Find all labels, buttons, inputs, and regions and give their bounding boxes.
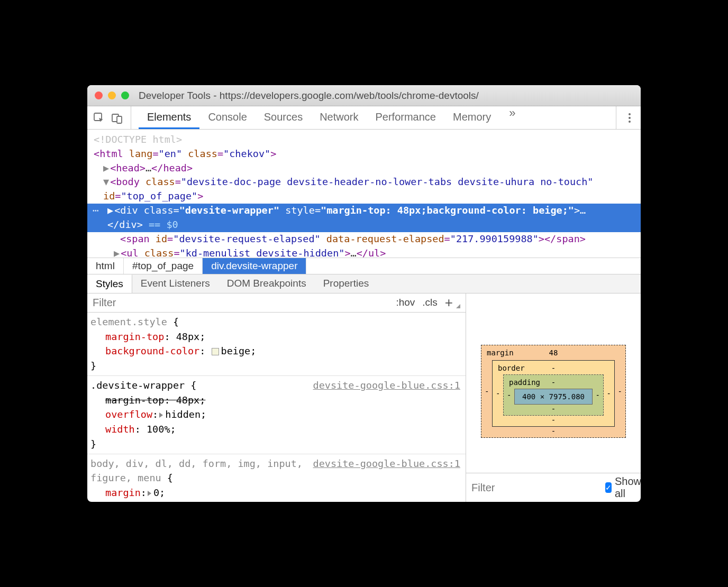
corner-triangle-icon[interactable] xyxy=(456,304,460,308)
box-padding-bottom[interactable]: - xyxy=(551,405,556,413)
box-padding-right[interactable]: - xyxy=(596,391,600,399)
showall-label[interactable]: Show all xyxy=(615,475,641,500)
disclosure-triangle-icon[interactable]: ▶ xyxy=(114,247,120,258)
box-model[interactable]: margin 48 - - - border - - - - padding - xyxy=(466,294,641,473)
box-margin-left[interactable]: - xyxy=(485,387,489,396)
dom-body-tag[interactable]: ▼<body class="devsite-doc-page devsite-h… xyxy=(94,175,635,189)
prop-name[interactable]: margin-top xyxy=(105,331,164,342)
dom-eq0: == $0 xyxy=(143,219,178,230)
styles-filter-input[interactable] xyxy=(93,297,396,309)
dom-doctype[interactable]: <!DOCTYPE html> xyxy=(94,133,635,147)
color-swatch-icon[interactable] xyxy=(212,348,219,355)
breadcrumb-html[interactable]: html xyxy=(87,258,124,274)
dom-tag-text: </div> xyxy=(107,219,143,230)
box-padding-top[interactable]: - xyxy=(551,378,556,387)
box-border-bottom[interactable]: - xyxy=(551,416,556,424)
box-border-right[interactable]: - xyxy=(607,389,611,398)
inspect-element-icon[interactable] xyxy=(93,112,105,124)
computed-pane: margin 48 - - - border - - - - padding - xyxy=(466,294,641,502)
disclosure-triangle-icon[interactable]: ▶ xyxy=(107,205,113,216)
subtab-properties[interactable]: Properties xyxy=(315,274,378,293)
rule-source-link[interactable]: devsite-google-blue.css:1 xyxy=(313,378,460,393)
main-toolbar: Elements Console Sources Network Perform… xyxy=(87,106,641,130)
cls-toggle[interactable]: .cls xyxy=(422,297,438,308)
box-margin-label: margin xyxy=(487,348,514,357)
dom-attr-name: lang xyxy=(129,148,153,159)
rule-devsite-wrapper[interactable]: devsite-google-blue.css:1 .devsite-wrapp… xyxy=(87,376,466,454)
devtools-window: Developer Tools - https://developers.goo… xyxy=(87,85,641,502)
toolbar-right xyxy=(616,106,635,129)
tab-network[interactable]: Network xyxy=(311,106,367,129)
box-margin[interactable]: margin 48 - - - border - - - - padding - xyxy=(481,345,626,438)
box-margin-right[interactable]: - xyxy=(618,387,622,396)
box-content[interactable]: 400 × 7975.080 xyxy=(514,389,593,405)
box-padding-left[interactable]: - xyxy=(507,391,511,399)
box-border-left[interactable]: - xyxy=(496,389,500,398)
dom-attr-name: style xyxy=(285,205,315,216)
box-margin-bottom[interactable]: - xyxy=(551,427,556,435)
device-toggle-icon[interactable] xyxy=(111,112,123,124)
tab-memory[interactable]: Memory xyxy=(444,106,499,129)
computed-filter-input[interactable] xyxy=(471,482,605,494)
settings-kebab-icon[interactable] xyxy=(624,113,635,123)
dom-selected-row[interactable]: ⋯ ▶<div class="devsite-wrapper" style="m… xyxy=(94,204,635,232)
hov-toggle[interactable]: :hov xyxy=(396,297,415,308)
minimize-button[interactable] xyxy=(108,91,116,99)
subtab-dom-breakpoints[interactable]: DOM Breakpoints xyxy=(219,274,315,293)
prop-value[interactable]: 48px xyxy=(176,331,200,342)
dom-ul-tag[interactable]: ▶<ul class="kd-menulist devsite-hidden">… xyxy=(94,246,635,258)
traffic-lights xyxy=(95,91,129,99)
prop-value[interactable]: beige xyxy=(221,345,251,356)
dom-body-id[interactable]: id="top_of_page"> xyxy=(94,189,635,204)
box-border[interactable]: border - - - - padding - - - - 400 × 797… xyxy=(492,360,615,427)
dom-tag-text: </ul> xyxy=(357,247,386,258)
dom-attr-name: id xyxy=(156,233,167,244)
prop-name[interactable]: overflow xyxy=(105,409,152,420)
dom-tree[interactable]: <!DOCTYPE html> <html lang="en" class="c… xyxy=(87,130,641,258)
rule-source-link[interactable]: devsite-google-blue.css:1 xyxy=(313,456,460,471)
dom-attr-value: "devsite-request-elapsed" xyxy=(173,233,320,244)
prop-value[interactable]: 48px xyxy=(176,395,200,406)
maximize-button[interactable] xyxy=(121,91,129,99)
disclosure-triangle-icon[interactable]: ▶ xyxy=(103,162,109,173)
dom-span-tag[interactable]: <span id="devsite-request-elapsed" data-… xyxy=(94,232,635,246)
close-button[interactable] xyxy=(95,91,103,99)
prop-value[interactable]: 0 xyxy=(153,487,159,498)
showall-checkbox[interactable]: ✓ xyxy=(605,482,612,493)
styles-pane: :hov .cls + element.style { margin-top: … xyxy=(87,294,466,502)
box-border-top[interactable]: - xyxy=(551,364,556,372)
subtab-event-listeners[interactable]: Event Listeners xyxy=(132,274,219,293)
disclosure-triangle-icon[interactable]: ▼ xyxy=(103,176,109,187)
tab-performance[interactable]: Performance xyxy=(367,106,445,129)
dom-head-tag[interactable]: ▶<head>…</head> xyxy=(94,161,635,176)
bottom-panel: :hov .cls + element.style { margin-top: … xyxy=(87,294,641,502)
tab-elements[interactable]: Elements xyxy=(139,106,199,129)
box-margin-top[interactable]: 48 xyxy=(549,348,558,357)
rule-selector: element.style xyxy=(90,316,167,327)
tab-sources[interactable]: Sources xyxy=(256,106,311,129)
rule-element-style[interactable]: element.style { margin-top: 48px; backgr… xyxy=(87,313,466,376)
prop-name[interactable]: background-color xyxy=(105,345,199,356)
dom-tag-text: <html xyxy=(94,148,129,159)
prop-name[interactable]: width xyxy=(105,424,135,435)
expand-triangle-icon[interactable] xyxy=(148,491,151,496)
breadcrumb-body[interactable]: #top_of_page xyxy=(124,258,203,274)
rule-body-etc[interactable]: devsite-google-blue.css:1 body, div, dl,… xyxy=(87,454,466,502)
prop-value[interactable]: hidden xyxy=(165,409,201,420)
dom-attr-value: "margin-top: 48px;background-color: beig… xyxy=(321,205,574,216)
dom-html-tag[interactable]: <html lang="en" class="chekov"> xyxy=(94,147,635,161)
new-style-rule-icon[interactable]: + xyxy=(445,295,453,311)
more-tabs-icon[interactable]: » xyxy=(505,106,520,129)
dom-tag-text: <span xyxy=(120,233,156,244)
tab-console[interactable]: Console xyxy=(199,106,255,129)
prop-name[interactable]: margin xyxy=(105,487,141,498)
expand-triangle-icon[interactable] xyxy=(159,412,163,418)
prop-value[interactable]: 100% xyxy=(147,424,170,435)
subtab-styles[interactable]: Styles xyxy=(87,274,132,293)
dom-tag-text: <head> xyxy=(110,162,145,173)
box-padding[interactable]: padding - - - - 400 × 7975.080 xyxy=(503,374,604,416)
dom-attr-value: "devsite-wrapper" xyxy=(179,205,279,216)
prop-name[interactable]: margin-top xyxy=(105,395,164,406)
breadcrumb-selected[interactable]: div.devsite-wrapper xyxy=(203,258,306,274)
style-rules[interactable]: element.style { margin-top: 48px; backgr… xyxy=(87,313,466,502)
